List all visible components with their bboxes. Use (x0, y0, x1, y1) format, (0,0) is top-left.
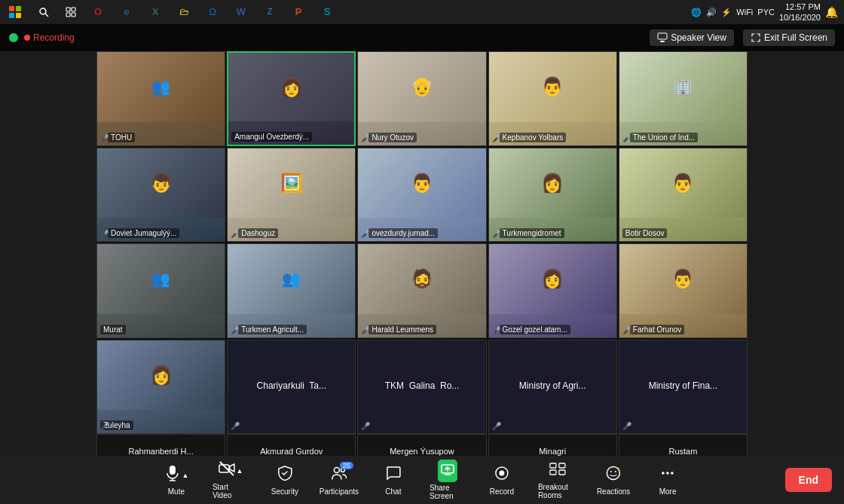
participants-button[interactable]: 25 Participants (321, 465, 357, 496)
participant-name-2: Amangul Ovezberdý... (231, 132, 312, 142)
taskbar-zoom[interactable]: Z (256, 0, 283, 24)
participant-cell-11: 👥 Murat (96, 243, 225, 338)
participant-cell-5: 🏢 🎤 The Union of Ind... (619, 51, 748, 146)
participant-name-6: Doviet Jumagulýý... (108, 228, 179, 238)
task-view-button[interactable] (57, 0, 84, 24)
participant-cell-6: 👦 🎤 Doviet Jumagulýý... (96, 148, 225, 243)
more-button[interactable]: More (650, 465, 686, 496)
mic-icon (164, 465, 180, 486)
participant-name-14: Gozel gozel.atam... (500, 325, 570, 334)
participant-name-12: Turkmen Agricult... (238, 325, 307, 334)
taskbar-powerpoint[interactable]: P (285, 0, 312, 24)
reactions-icon (605, 465, 622, 486)
participant-cell-1: 👥 🎤 TOHU (96, 51, 225, 146)
participant-cell-19: Ministry of Agri... 🎤 (488, 340, 617, 435)
taskbar-outlook[interactable]: Ω (199, 0, 226, 24)
participant-name-19: Ministry of Agri... (513, 380, 592, 393)
breakout-icon (549, 460, 566, 481)
svg-rect-6 (66, 8, 70, 11)
start-button[interactable] (0, 0, 30, 24)
participant-cell-14: 👩 🎤 Gozel gozel.atam... (488, 243, 617, 338)
svg-point-4 (40, 8, 46, 14)
start-video-button[interactable]: ▲ Start Video (213, 460, 249, 499)
share-screen-button[interactable]: Share Screen (430, 460, 466, 500)
svg-rect-1 (16, 6, 21, 11)
end-meeting-button[interactable]: End (785, 468, 832, 492)
breakout-rooms-button[interactable]: Breakout Rooms (538, 460, 577, 499)
taskbar-network-icon: 🌐 (691, 8, 702, 17)
svg-rect-26 (550, 470, 556, 475)
svg-point-29 (610, 471, 612, 472)
video-grid: 👥 🎤 TOHU 👩 Amangul Ovezberdý... 👴 🎤 Nury… (96, 51, 748, 434)
taskbar-apps: O e X 🗁 Ω W Z P S (84, 0, 691, 24)
svg-rect-11 (660, 41, 665, 42)
taskbar-wifi-icon: WiFi (736, 8, 753, 17)
svg-rect-8 (66, 13, 70, 17)
svg-rect-7 (72, 8, 75, 11)
taskbar-word[interactable]: W (228, 0, 255, 24)
participant-cell-7: 🖼️ 🎤 Dashoguz (227, 148, 356, 243)
participant-cell-12: 👥 🎤 Turkmen Agricult... (227, 243, 356, 338)
svg-point-30 (615, 471, 616, 472)
video-off-icon (218, 460, 234, 481)
taskbar-clock: 12:57 PM 10/16/2020 (779, 2, 821, 23)
mute-button[interactable]: ▲ Mute (158, 465, 194, 496)
taskbar-opera[interactable]: O (84, 0, 112, 24)
shield-icon (277, 465, 293, 486)
zoom-topbar-right[interactable]: Speaker View Exit Full Screen (650, 29, 835, 46)
taskbar-skype[interactable]: S (313, 0, 341, 24)
svg-rect-2 (9, 13, 14, 18)
recording-indicator: Recording (24, 32, 75, 43)
more-icon (659, 465, 676, 486)
taskbar-folder[interactable]: 🗁 (170, 0, 197, 24)
taskbar-edge[interactable]: e (113, 0, 140, 24)
svg-point-33 (671, 472, 674, 475)
svg-point-31 (662, 472, 665, 475)
record-button[interactable]: Record (484, 465, 520, 496)
exit-fullscreen-button[interactable]: Exit Full Screen (743, 29, 835, 46)
chat-button[interactable]: Chat (375, 465, 411, 496)
end-button-area[interactable]: End (785, 468, 832, 492)
participant-name-17: Chariyarkuli Ta... (251, 380, 332, 393)
speaker-view-button[interactable]: Speaker View (650, 29, 734, 46)
svg-rect-0 (9, 6, 14, 11)
svg-rect-10 (658, 33, 667, 39)
participants-icon: 25 (331, 465, 347, 486)
svg-rect-24 (550, 463, 556, 468)
participant-name-9: Turkmengidromet (500, 228, 564, 238)
participant-cell-16: 👩 Zuleyha 🎤 (96, 340, 225, 435)
taskbar-excel[interactable]: X (142, 0, 169, 24)
participant-cell-2: 👩 Amangul Ovezberdý... (227, 51, 356, 146)
taskbar-notification-icon[interactable]: 🔔 (825, 6, 838, 18)
reactions-button[interactable]: Reactions (595, 465, 631, 496)
participant-name-8: ovezdurdy.jumad... (368, 228, 438, 238)
zoom-toolbar: ▲ Mute ▲ Start Video (0, 456, 844, 504)
participant-name-5: The Union of Ind... (630, 133, 698, 142)
svg-line-5 (45, 14, 48, 17)
participant-name-10: Botir Dosov (622, 228, 668, 238)
search-button[interactable] (30, 0, 57, 24)
svg-rect-27 (559, 470, 565, 475)
taskbar-right: 🌐 🔊 ⚡ WiFi PYC 12:57 PM 10/16/2020 🔔 (691, 2, 844, 23)
chat-icon (385, 465, 402, 486)
participant-cell-13: 🧔 🎤 Harald Leummens (357, 243, 486, 338)
participant-cell-4: 👨 🎤 Kepbanov Yolbars (488, 51, 617, 146)
participant-name-1: TOHU (108, 133, 135, 142)
zoom-status-dot (9, 33, 18, 42)
participant-name-18: TKM Galina Ro... (379, 380, 466, 393)
participant-name-11: Murat (100, 325, 126, 334)
svg-point-32 (666, 472, 669, 475)
participant-cell-9: 👩 🎤 Turkmengidromet (488, 148, 617, 243)
rec-dot (24, 35, 30, 41)
participant-cell-15: 👨 🎤 Farhat Orunov (619, 243, 748, 338)
taskbar-language: PYC (757, 8, 775, 17)
participant-name-3: Nury Otuzov (368, 133, 417, 142)
participant-name-15: Farhat Orunov (630, 325, 684, 334)
security-button[interactable]: Security (267, 465, 303, 496)
participant-name-4: Kepbanov Yolbars (500, 133, 567, 142)
participant-cell-17: Chariyarkuli Ta... 🎤 (227, 340, 356, 435)
svg-rect-25 (559, 463, 565, 468)
svg-line-15 (219, 462, 233, 475)
record-icon (494, 465, 510, 486)
participant-cell-3: 👴 🎤 Nury Otuzov (357, 51, 486, 146)
